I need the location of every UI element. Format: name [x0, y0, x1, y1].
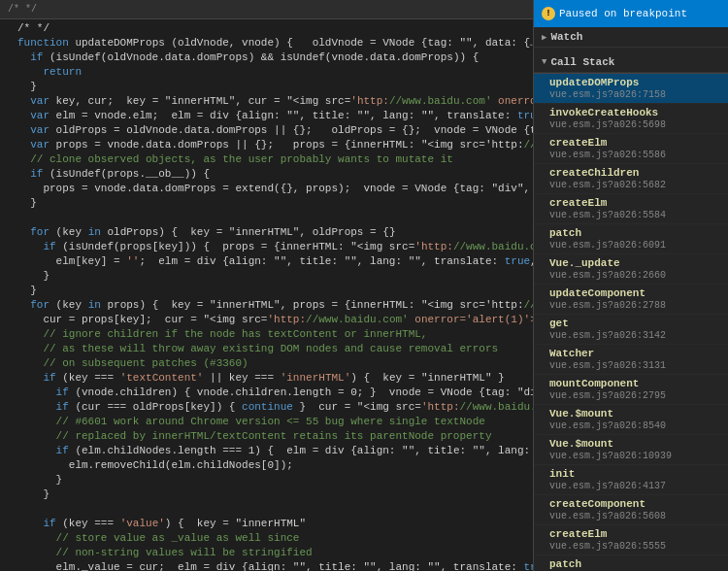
call-stack-item[interactable]: createChildrenvue.esm.js?a026:5682	[534, 164, 728, 194]
call-stack-list[interactable]: updateDOMPropsvue.esm.js?a026:7158invoke…	[534, 74, 728, 571]
line-indicator	[0, 342, 14, 356]
watch-chevron: ▶	[542, 32, 546, 43]
call-stack-item[interactable]: patchvue.esm.js?a026:6091	[534, 224, 728, 254]
line-text: }	[14, 487, 533, 502]
call-fn-name: Vue._update	[549, 257, 720, 269]
call-fn-name: patch	[549, 558, 720, 570]
callstack-chevron: ▼	[542, 57, 546, 67]
call-fn-name: createComponent	[549, 498, 720, 510]
line-indicator	[0, 94, 14, 109]
breakpoint-icon: !	[542, 7, 555, 20]
line-text: // non-string values will be stringified	[14, 546, 533, 560]
call-file: vue.esm.js?a026:5682	[549, 180, 720, 190]
code-content[interactable]: /* */function updateDOMProps (oldVnode, …	[0, 19, 533, 571]
call-stack-item[interactable]: createComponentvue.esm.js?a026:5608	[534, 495, 728, 525]
call-stack-item[interactable]: invokeCreateHooksvue.esm.js?a026:5698	[534, 104, 728, 134]
call-stack-item[interactable]: initvue.esm.js?a026:4137	[534, 465, 728, 495]
line-text: // #6601 work around Chrome version <= 5…	[14, 415, 533, 429]
line-text: // ignore children if the node has textC…	[14, 327, 533, 342]
line-indicator	[0, 458, 14, 473]
code-line: function updateDOMProps (oldVnode, vnode…	[0, 36, 533, 50]
line-text: var key, cur; key = "innerHTML", cur = "…	[14, 94, 533, 109]
line-text: for (key in oldProps) { key = "innerHTML…	[14, 225, 533, 240]
code-line: elm[key] = ''; elm = div {align: "", tit…	[0, 254, 533, 269]
code-line: return	[0, 65, 533, 80]
call-stack-item[interactable]: Vue.$mountvue.esm.js?a026:8540	[534, 405, 728, 435]
code-line: if (vnode.children) { vnode.children.len…	[0, 386, 533, 400]
call-stack-item[interactable]: createElmvue.esm.js?a026:5586	[534, 134, 728, 164]
line-indicator	[0, 531, 14, 546]
line-indicator	[0, 371, 14, 386]
code-line: // replaced by innerHTML/textContent ret…	[0, 429, 533, 444]
call-stack-item[interactable]: updateComponentvue.esm.js?a026:2788	[534, 285, 728, 315]
call-file: vue.esm.js?a026:6091	[549, 240, 720, 251]
call-stack-item[interactable]: createElmvue.esm.js?a026:5584	[534, 194, 728, 224]
code-line: if (key === 'value') { key = "innerHTML"	[0, 517, 533, 531]
code-line: var key, cur; key = "innerHTML", cur = "…	[0, 94, 533, 109]
call-stack-item[interactable]: Vue.$mountvue.esm.js?a026:10939	[534, 435, 728, 465]
call-fn-name: mountComponent	[549, 378, 720, 389]
code-line: if (isUndef(oldVnode.data.domProps) && i…	[0, 50, 533, 65]
line-text: }	[14, 196, 533, 211]
call-stack-item[interactable]: Watchervue.esm.js?a026:3131	[534, 345, 728, 375]
line-text: }	[14, 80, 533, 94]
code-panel: /* */ /* */function updateDOMProps (oldV…	[0, 0, 534, 571]
call-file: vue.esm.js?a026:2788	[549, 300, 720, 311]
callstack-header-container: ▼ Call Stack	[534, 52, 728, 74]
code-line: props = vnode.data.domProps = extend({},…	[0, 182, 533, 196]
line-indicator	[0, 502, 14, 517]
line-text: // as these will throw away existing DOM…	[14, 342, 533, 356]
code-line: /* */	[0, 21, 533, 36]
line-indicator	[0, 225, 14, 240]
call-fn-name: createElm	[549, 137, 720, 149]
call-stack-item[interactable]: createElmvue.esm.js?a026:5555	[534, 525, 728, 555]
code-line: // on subsequent patches (#3360)	[0, 356, 533, 371]
line-text: /* */	[14, 21, 533, 36]
code-line	[0, 211, 533, 225]
call-fn-name: patch	[549, 227, 720, 239]
line-text: }	[14, 269, 533, 284]
call-file: vue.esm.js?a026:3131	[549, 360, 720, 371]
line-indicator	[0, 36, 14, 50]
call-stack-item[interactable]: Vue._updatevue.esm.js?a026:2660	[534, 254, 728, 285]
call-fn-name: createElm	[549, 197, 720, 209]
line-text: }	[14, 284, 533, 298]
code-line: cur = props[key]; cur = "<img src='http:…	[0, 313, 533, 327]
code-line: }	[0, 473, 533, 487]
line-text: var props = vnode.data.domProps || {}; p…	[14, 138, 533, 152]
call-fn-name: updateComponent	[549, 287, 720, 299]
line-text: var elm = vnode.elm; elm = div {align: "…	[14, 109, 533, 123]
watch-header[interactable]: ▶ Watch	[534, 27, 728, 48]
call-stack-item[interactable]: getvue.esm.js?a026:3142	[534, 315, 728, 345]
code-line: if (cur === oldProps[key]) { continue } …	[0, 400, 533, 415]
line-indicator	[0, 211, 14, 225]
code-line	[0, 502, 533, 517]
call-file: vue.esm.js?a026:5584	[549, 210, 720, 220]
line-indicator	[0, 327, 14, 342]
line-indicator	[0, 313, 14, 327]
line-indicator	[0, 487, 14, 502]
call-file: vue.esm.js?a026:8540	[549, 420, 720, 431]
line-text: // replaced by innerHTML/textContent ret…	[14, 429, 533, 444]
line-indicator	[0, 444, 14, 458]
line-text: // clone observed objects, as the user p…	[14, 152, 533, 167]
code-line: }	[0, 269, 533, 284]
top-bar-text: /* */	[8, 4, 37, 15]
code-line: var elm = vnode.elm; elm = div {align: "…	[0, 109, 533, 123]
line-indicator	[0, 254, 14, 269]
call-fn-name: get	[549, 318, 720, 329]
call-file: vue.esm.js?a026:5586	[549, 150, 720, 160]
call-stack-item[interactable]: patchvue.esm.js?a026:	[534, 555, 728, 571]
call-stack-item[interactable]: updateDOMPropsvue.esm.js?a026:7158	[534, 74, 728, 104]
code-line: }	[0, 284, 533, 298]
line-text: // store value as _value as well since	[14, 531, 533, 546]
code-line: if (elm.childNodes.length === 1) { elm =…	[0, 444, 533, 458]
right-panel: ! Paused on breakpoint ▶ Watch ▼ Call St…	[534, 0, 728, 571]
call-file: vue.esm.js?a026:3142	[549, 330, 720, 341]
call-stack-item[interactable]: mountComponentvue.esm.js?a026:2795	[534, 375, 728, 405]
code-line: }	[0, 196, 533, 211]
code-line: }	[0, 80, 533, 94]
line-text: // on subsequent patches (#3360)	[14, 356, 533, 371]
callstack-header[interactable]: ▼ Call Stack	[534, 52, 728, 73]
code-line: // ignore children if the node has textC…	[0, 327, 533, 342]
